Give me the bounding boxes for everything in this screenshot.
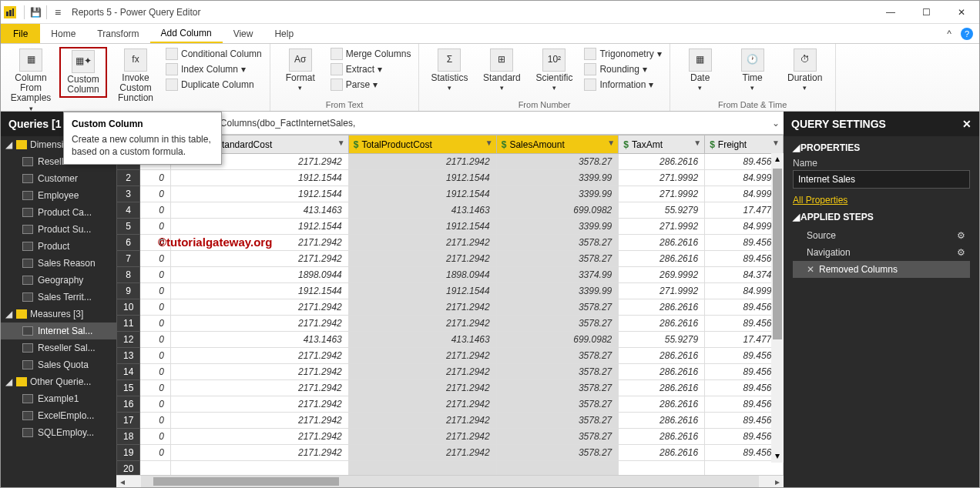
scientific-button[interactable]: 10²Scientific▾ [530, 47, 578, 94]
help-icon[interactable]: ? [961, 28, 973, 40]
data-cell[interactable]: 1912.1544 [348, 186, 496, 202]
data-cell[interactable]: 286.2616 [619, 154, 705, 170]
data-cell[interactable]: 3578.27 [496, 235, 619, 251]
invoke-custom-function-button[interactable]: fx Invoke Custom Function [112, 47, 159, 105]
data-cell[interactable]: 1912.1544 [170, 186, 348, 202]
format-button[interactable]: Aσ Format ▾ [277, 47, 324, 94]
data-cell[interactable]: 3578.27 [496, 413, 619, 429]
row-number[interactable]: 20 [117, 461, 140, 476]
applied-step[interactable]: Source⚙ [793, 227, 970, 244]
data-cell[interactable]: 1912.1544 [170, 283, 348, 299]
data-cell[interactable]: 55.9279 [619, 202, 705, 219]
row-number[interactable]: 11 [117, 316, 140, 332]
query-item[interactable]: Customer [1, 170, 116, 187]
minimize-button[interactable]: — [873, 1, 908, 24]
query-item[interactable]: Internet Sal... [1, 323, 116, 339]
row-number[interactable]: 10 [117, 299, 140, 316]
trigonometry-button[interactable]: Trigonometry ▾ [582, 47, 663, 61]
rounding-button[interactable]: Rounding ▾ [582, 62, 663, 76]
data-cell[interactable]: 2171.2942 [348, 445, 496, 461]
query-item[interactable]: Product Su... [1, 221, 116, 238]
query-item[interactable]: Employee [1, 187, 116, 204]
query-item[interactable]: Sales Reason [1, 255, 116, 272]
data-cell[interactable]: 2171.2942 [170, 445, 348, 461]
data-cell[interactable]: 0 [140, 380, 171, 396]
data-cell[interactable]: 699.0982 [496, 332, 619, 348]
data-cell[interactable] [140, 461, 171, 476]
data-cell[interactable]: 1898.0944 [170, 267, 348, 283]
data-cell[interactable]: 0 [140, 299, 171, 316]
row-number[interactable]: 5 [117, 219, 140, 235]
data-cell[interactable]: 286.2616 [619, 251, 705, 267]
data-cell[interactable]: 3399.99 [496, 170, 619, 186]
data-cell[interactable]: 2171.2942 [170, 364, 348, 380]
data-cell[interactable]: 2171.2942 [348, 413, 496, 429]
gear-icon[interactable]: ⚙ [957, 230, 965, 241]
queries-folder[interactable]: ◢Measures [3] [1, 306, 116, 323]
data-cell[interactable]: 271.9992 [619, 186, 705, 202]
row-number[interactable]: 4 [117, 202, 140, 219]
data-cell[interactable]: 2171.2942 [170, 429, 348, 445]
applied-step[interactable]: ✕Removed Columns [793, 261, 970, 278]
data-cell[interactable]: 3399.99 [496, 283, 619, 299]
horizontal-scrollbar[interactable]: ◂▸ [116, 475, 784, 487]
information-button[interactable]: Information ▾ [582, 78, 663, 92]
data-cell[interactable]: 0 [140, 429, 171, 445]
row-number[interactable]: 3 [117, 186, 140, 202]
data-cell[interactable]: 3399.99 [496, 186, 619, 202]
data-cell[interactable] [705, 461, 784, 476]
all-properties-link[interactable]: All Properties [793, 195, 847, 206]
row-number[interactable]: 12 [117, 332, 140, 348]
data-cell[interactable]: 0 [140, 396, 171, 413]
data-cell[interactable]: 2171.2942 [170, 413, 348, 429]
data-cell[interactable]: 3374.99 [496, 267, 619, 283]
data-cell[interactable]: 3578.27 [496, 429, 619, 445]
data-cell[interactable]: 2171.2942 [348, 154, 496, 170]
duration-button[interactable]: ⏱Duration▾ [781, 47, 829, 94]
tab-help[interactable]: Help [263, 24, 304, 43]
file-menu[interactable]: File [1, 24, 40, 43]
data-cell[interactable]: 1912.1544 [170, 170, 348, 186]
save-icon[interactable]: 💾 [28, 5, 43, 20]
data-cell[interactable]: 286.2616 [619, 413, 705, 429]
row-number[interactable]: 6 [117, 235, 140, 251]
data-cell[interactable] [348, 461, 496, 476]
time-button[interactable]: 🕐Time▾ [729, 47, 777, 94]
data-cell[interactable]: 0 [140, 251, 171, 267]
data-cell[interactable]: 699.0982 [496, 202, 619, 219]
data-cell[interactable]: 286.2616 [619, 348, 705, 364]
row-number[interactable]: 19 [117, 445, 140, 461]
data-cell[interactable]: 413.1463 [170, 332, 348, 348]
formula-text[interactable]: = Table.RemoveColumns(dbo_FactInternetSa… [147, 118, 768, 129]
tab-home[interactable]: Home [40, 24, 86, 43]
data-cell[interactable]: 55.9279 [619, 332, 705, 348]
data-cell[interactable]: 271.9992 [619, 219, 705, 235]
data-cell[interactable]: 1912.1544 [348, 219, 496, 235]
data-cell[interactable]: 2171.2942 [348, 251, 496, 267]
data-cell[interactable]: 0 [140, 364, 171, 380]
data-cell[interactable]: 413.1463 [348, 332, 496, 348]
statistics-button[interactable]: ΣStatistics▾ [425, 47, 473, 94]
query-item[interactable]: Geography [1, 272, 116, 289]
query-item[interactable]: Sales Territ... [1, 289, 116, 306]
data-cell[interactable]: 271.9992 [619, 170, 705, 186]
data-cell[interactable]: 0 [140, 170, 171, 186]
data-cell[interactable]: 1912.1544 [170, 219, 348, 235]
data-cell[interactable]: 0 [140, 202, 171, 219]
data-cell[interactable]: 3578.27 [496, 299, 619, 316]
data-cell[interactable]: 3578.27 [496, 316, 619, 332]
data-cell[interactable]: 0 [140, 316, 171, 332]
data-cell[interactable]: 3578.27 [496, 154, 619, 170]
data-cell[interactable]: 2171.2942 [348, 396, 496, 413]
formula-dropdown[interactable]: ⌄ [768, 118, 784, 129]
row-number[interactable]: 9 [117, 283, 140, 299]
data-cell[interactable]: 2171.2942 [348, 235, 496, 251]
duplicate-column-button[interactable]: Duplicate Column [164, 78, 263, 92]
conditional-column-button[interactable]: Conditional Column [164, 47, 263, 61]
data-cell[interactable]: 1912.1544 [348, 283, 496, 299]
data-cell[interactable] [170, 461, 348, 476]
row-number[interactable]: 13 [117, 348, 140, 364]
data-cell[interactable]: 2171.2942 [348, 348, 496, 364]
data-cell[interactable]: 0 [140, 186, 171, 202]
column-header[interactable]: $TaxAmt▼ [619, 135, 705, 154]
